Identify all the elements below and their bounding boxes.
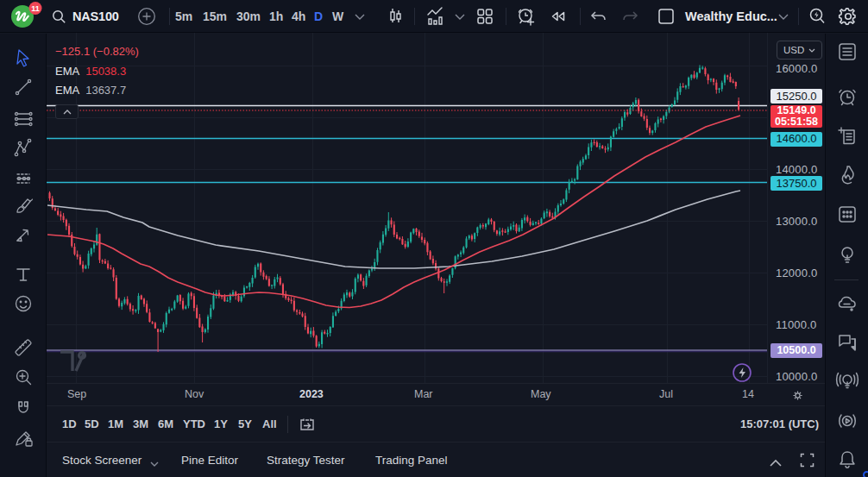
svg-text:11: 11 bbox=[31, 4, 40, 13]
